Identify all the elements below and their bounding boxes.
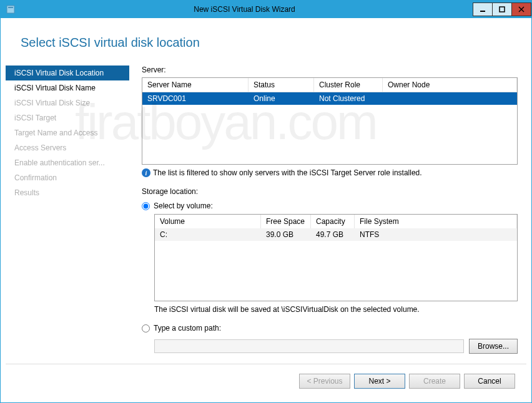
info-row: i The list is filtered to show only serv… [142,168,518,177]
col-free-space[interactable]: Free Space [261,215,311,228]
cell-status: Online [249,92,314,105]
radio-select-volume-label: Select by volume: [154,202,213,210]
volume-grid[interactable]: Volume Free Space Capacity File System C… [154,214,518,301]
sidebar-step-3: iSCSI Target [6,110,129,125]
custom-path-input[interactable] [154,339,464,353]
info-icon: i [142,168,150,177]
sidebar-step-4: Target Name and Access [6,125,129,140]
browse-button[interactable]: Browse... [469,339,518,354]
col-status[interactable]: Status [249,78,314,92]
svg-rect-1 [8,7,13,8]
select-by-volume-option[interactable]: Select by volume: [142,202,518,210]
wizard-body: Select iSCSI virtual disk location iSCSI… [1,18,531,402]
col-owner-node[interactable]: Owner Node [383,78,517,92]
titlebar[interactable]: New iSCSI Virtual Disk Wizard [1,1,531,18]
server-label: Server: [142,66,518,74]
window-title: New iSCSI Virtual Disk Wizard [16,5,473,14]
minimize-button[interactable] [473,2,493,16]
cell-free: 39.0 GB [261,228,311,241]
col-volume[interactable]: Volume [155,215,261,228]
sidebar-step-1[interactable]: iSCSI Virtual Disk Name [6,80,129,95]
sidebar-step-5: Access Servers [6,140,129,155]
cancel-button[interactable]: Cancel [464,374,515,389]
main-panel: Server: Server Name Status Cluster Role … [129,66,518,364]
sidebar-step-8: Results [6,185,129,200]
sidebar-step-6: Enable authentication ser... [6,155,129,170]
volume-row[interactable]: C: 39.0 GB 49.7 GB NTFS [155,228,517,241]
save-location-note: The iSCSI virtual disk will be saved at … [154,305,518,314]
cell-server-name: SRVDC001 [142,92,249,105]
col-cluster-role[interactable]: Cluster Role [314,78,383,92]
sidebar-step-7: Confirmation [6,170,129,185]
cell-fs: NTFS [355,228,517,241]
app-icon [6,4,16,14]
next-button[interactable]: Next > [354,374,405,389]
cell-volume: C: [155,228,261,241]
col-file-system[interactable]: File System [355,215,517,228]
custom-path-option[interactable]: Type a custom path: [142,324,518,333]
svg-rect-0 [7,6,14,13]
server-grid[interactable]: Server Name Status Cluster Role Owner No… [142,77,518,165]
svg-rect-3 [500,7,505,12]
server-row[interactable]: SRVDC001 Online Not Clustered [142,92,517,105]
cell-cluster-role: Not Clustered [314,92,383,105]
maximize-button[interactable] [492,2,512,16]
cell-capacity: 49.7 GB [311,228,355,241]
footer-buttons: < Previous Next > Create Cancel [6,364,526,397]
server-grid-header: Server Name Status Cluster Role Owner No… [142,78,517,92]
info-text: The list is filtered to show only server… [153,168,422,177]
sidebar-step-2: iSCSI Virtual Disk Size [6,95,129,110]
cell-owner-node [383,92,517,105]
storage-label: Storage location: [142,187,518,196]
create-button[interactable]: Create [409,374,460,389]
col-capacity[interactable]: Capacity [311,215,355,228]
wizard-window: New iSCSI Virtual Disk Wizard Select iSC… [0,0,532,403]
col-server-name[interactable]: Server Name [142,78,249,92]
radio-custom-path-label: Type a custom path: [154,324,221,333]
sidebar-step-0[interactable]: iSCSI Virtual Disk Location [6,66,129,80]
radio-select-volume[interactable] [142,202,150,210]
previous-button[interactable]: < Previous [299,374,350,389]
radio-custom-path[interactable] [142,324,150,333]
wizard-steps-sidebar: iSCSI Virtual Disk LocationiSCSI Virtual… [6,66,129,364]
page-heading: Select iSCSI virtual disk location [6,23,526,66]
volume-grid-header: Volume Free Space Capacity File System [155,215,517,228]
close-button[interactable] [511,2,531,16]
